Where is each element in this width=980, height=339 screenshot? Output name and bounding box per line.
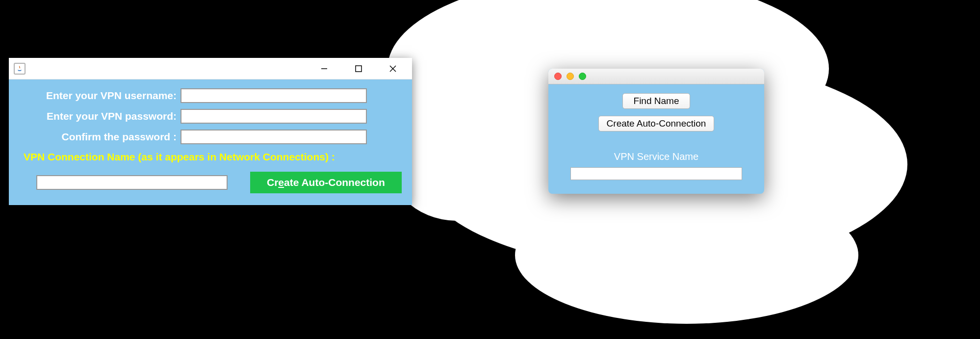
close-button[interactable]	[376, 58, 410, 79]
bottom-row: Create Auto-Connection	[19, 172, 402, 193]
confirm-password-input[interactable]	[181, 130, 367, 144]
create-button-prefix: Cr	[267, 177, 278, 188]
background-cloud	[515, 186, 858, 324]
windows-vpn-dialog: Enter your VPN username: Enter your VPN …	[9, 58, 412, 205]
password-label: Enter your VPN password:	[19, 110, 181, 122]
maximize-button[interactable]	[341, 58, 376, 79]
close-button[interactable]	[554, 73, 562, 80]
confirm-label: Confirm the password :	[19, 131, 181, 143]
find-name-button[interactable]: Find Name	[622, 93, 691, 109]
window-titlebar	[9, 58, 412, 79]
password-input[interactable]	[181, 109, 367, 124]
create-button-suffix: ate Auto-Connection	[284, 177, 385, 188]
username-label: Enter your VPN username:	[19, 90, 181, 102]
mac-vpn-dialog: Find Name Create Auto-Connection VPN Ser…	[548, 69, 764, 194]
window-controls	[307, 58, 410, 79]
minimize-button[interactable]	[567, 73, 574, 80]
create-auto-connection-button[interactable]: Create Auto-Connection	[250, 172, 402, 193]
create-button-mnemonic: e	[278, 177, 284, 188]
connection-name-label: VPN Connection Name (as it appears in Ne…	[24, 151, 402, 163]
java-icon	[14, 63, 26, 75]
confirm-row: Confirm the password :	[19, 130, 402, 144]
zoom-button[interactable]	[579, 73, 586, 80]
vpn-service-name-label: VPN Service Name	[614, 151, 698, 162]
connection-name-input[interactable]	[36, 175, 228, 190]
window-body: Enter your VPN username: Enter your VPN …	[9, 79, 412, 205]
mac-body: Find Name Create Auto-Connection VPN Ser…	[548, 84, 764, 194]
svg-rect-1	[356, 66, 361, 72]
minimize-button[interactable]	[307, 58, 341, 79]
password-row: Enter your VPN password:	[19, 109, 402, 124]
username-input[interactable]	[181, 88, 367, 103]
vpn-service-name-input[interactable]	[570, 167, 742, 180]
create-auto-connection-button[interactable]: Create Auto-Connection	[598, 116, 715, 131]
username-row: Enter your VPN username:	[19, 88, 402, 103]
mac-titlebar	[548, 69, 764, 84]
